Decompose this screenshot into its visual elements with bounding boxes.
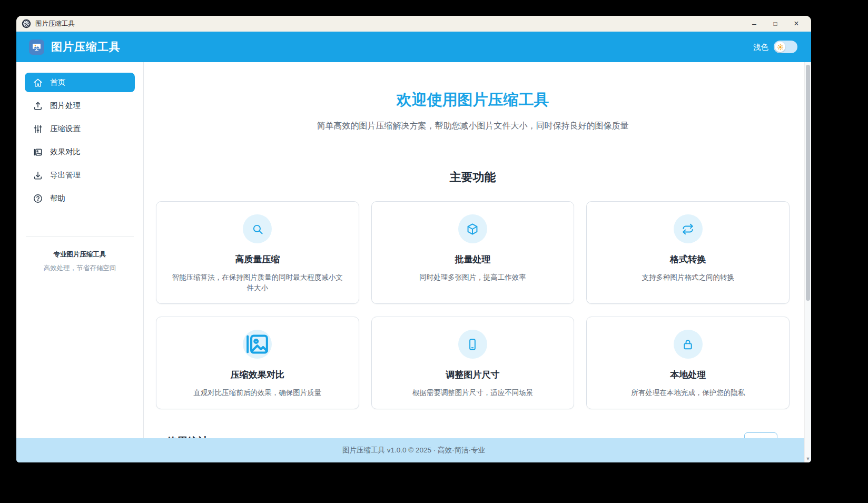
help-icon — [33, 193, 43, 204]
theme-toggle[interactable] — [774, 41, 797, 53]
theme-label: 浅色 — [753, 42, 768, 52]
card-title: 批量处理 — [384, 253, 561, 265]
sidebar-item-image-processing[interactable]: 图片处理 — [25, 96, 135, 115]
content-row: 首页 图片处理 压缩设置 效果对比 导出管理 帮助 专业图片压缩工具 高效处理，… — [16, 62, 811, 438]
swap-icon — [674, 214, 703, 243]
card-description: 根据需要调整图片尺寸，适应不同场景 — [384, 388, 561, 398]
sliders-icon — [33, 124, 43, 134]
features-title: 主要功能 — [156, 170, 790, 185]
feature-card-compression-comparison[interactable]: 压缩效果对比 直观对比压缩前后的效果，确保图片质量 — [156, 317, 359, 409]
card-description: 所有处理在本地完成，保护您的隐私 — [599, 388, 776, 398]
compare-icon — [33, 147, 43, 157]
sun-icon — [775, 42, 785, 52]
app-taskbar-icon — [22, 19, 31, 28]
stats-row: 使用统计 刷新 — [156, 432, 790, 438]
window-title: 图片压缩工具 — [35, 19, 75, 28]
app-logo-icon — [29, 40, 44, 55]
compare-icon — [243, 330, 272, 359]
feature-card-format-conversion[interactable]: 格式转换 支持多种图片格式之间的转换 — [586, 201, 790, 304]
sidebar-item-label: 导出管理 — [50, 170, 81, 180]
sidebar-item-label: 图片处理 — [50, 101, 81, 111]
sidebar-footer-title: 专业图片压缩工具 — [25, 250, 135, 259]
card-title: 高质量压缩 — [169, 253, 346, 265]
feature-card-grid: 高质量压缩 智能压缩算法，在保持图片质量的同时最大程度减小文件大小 批量处理 同… — [156, 201, 790, 409]
card-title: 压缩效果对比 — [169, 369, 346, 381]
card-description: 智能压缩算法，在保持图片质量的同时最大程度减小文件大小 — [169, 272, 346, 293]
home-icon — [33, 77, 43, 88]
box-icon — [458, 214, 487, 243]
sidebar-item-label: 帮助 — [50, 193, 65, 203]
sidebar-item-effect-comparison[interactable]: 效果对比 — [25, 142, 135, 162]
sidebar: 首页 图片处理 压缩设置 效果对比 导出管理 帮助 专业图片压缩工具 高效处理，… — [16, 62, 144, 438]
feature-card-high-quality-compression[interactable]: 高质量压缩 智能压缩算法，在保持图片质量的同时最大程度减小文件大小 — [156, 201, 359, 304]
search-icon — [243, 214, 272, 243]
footer-text: 图片压缩工具 v1.0.0 © 2025 · 高效·简洁·专业 — [342, 446, 485, 455]
lock-icon — [674, 330, 703, 359]
welcome-title: 欢迎使用图片压缩工具 — [156, 90, 790, 111]
sidebar-item-home[interactable]: 首页 — [25, 73, 135, 92]
stats-title: 使用统计 — [166, 435, 209, 438]
app-title: 图片压缩工具 — [51, 40, 121, 54]
upload-icon — [33, 101, 43, 111]
sidebar-nav: 首页 图片处理 压缩设置 效果对比 导出管理 帮助 — [25, 73, 135, 212]
minimize-button[interactable]: – — [744, 17, 765, 31]
feature-card-batch-processing[interactable]: 批量处理 同时处理多张图片，提高工作效率 — [371, 201, 575, 304]
sidebar-item-help[interactable]: 帮助 — [25, 189, 135, 208]
scrollbar-down-arrow[interactable]: ▼ — [805, 456, 811, 461]
scrollbar[interactable]: ▼ — [804, 62, 811, 462]
card-description: 支持多种图片格式之间的转换 — [599, 272, 776, 283]
sidebar-item-label: 效果对比 — [50, 147, 81, 157]
close-button[interactable]: × — [786, 17, 807, 31]
phone-icon — [458, 330, 487, 359]
sidebar-footer: 专业图片压缩工具 高效处理，节省存储空间 — [25, 250, 135, 273]
app-window: 图片压缩工具 – □ × 图片压缩工具 浅色 — [16, 16, 811, 462]
app-footer: 图片压缩工具 v1.0.0 © 2025 · 高效·简洁·专业 — [16, 438, 811, 462]
main-content: 欢迎使用图片压缩工具 简单高效的图片压缩解决方案，帮助您减小图片文件大小，同时保… — [144, 62, 811, 438]
sidebar-item-label: 首页 — [50, 77, 65, 87]
card-title: 调整图片尺寸 — [384, 369, 561, 381]
app-header: 图片压缩工具 浅色 — [16, 32, 811, 62]
feature-card-local-processing[interactable]: 本地处理 所有处理在本地完成，保护您的隐私 — [586, 317, 790, 409]
refresh-button[interactable]: 刷新 — [744, 432, 777, 438]
sidebar-divider — [26, 236, 134, 236]
maximize-button[interactable]: □ — [765, 17, 786, 31]
sidebar-item-compression-settings[interactable]: 压缩设置 — [25, 119, 135, 139]
sidebar-item-export-management[interactable]: 导出管理 — [25, 165, 135, 185]
sidebar-footer-subtitle: 高效处理，节省存储空间 — [25, 264, 135, 273]
titlebar: 图片压缩工具 – □ × — [16, 16, 811, 32]
feature-card-resize-image[interactable]: 调整图片尺寸 根据需要调整图片尺寸，适应不同场景 — [371, 317, 575, 409]
download-icon — [33, 170, 43, 181]
scrollbar-thumb[interactable] — [806, 65, 810, 301]
card-description: 同时处理多张图片，提高工作效率 — [384, 272, 561, 283]
card-title: 本地处理 — [599, 369, 776, 381]
card-description: 直观对比压缩前后的效果，确保图片质量 — [169, 388, 346, 398]
card-title: 格式转换 — [599, 253, 776, 265]
sidebar-item-label: 压缩设置 — [50, 124, 81, 134]
welcome-subtitle: 简单高效的图片压缩解决方案，帮助您减小图片文件大小，同时保持良好的图像质量 — [156, 121, 790, 132]
